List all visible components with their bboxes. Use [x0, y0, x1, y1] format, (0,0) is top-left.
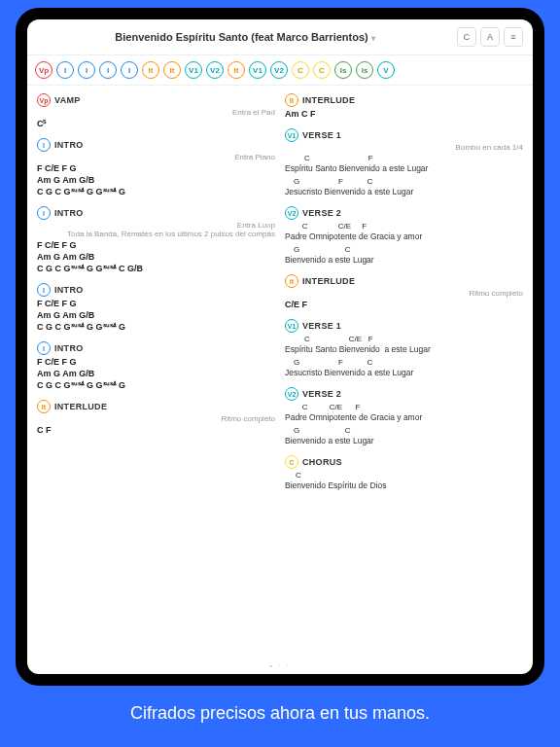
song-section: IINTROF C/E F GAm G Am G/BC G C Gˢᵘˢ⁴ G …: [37, 283, 275, 332]
section-pill[interactable]: V2: [206, 61, 224, 79]
section-badge: It: [37, 400, 51, 413]
section-name: INTRO: [54, 140, 84, 150]
chord-line: Am G Am G/B: [37, 369, 275, 378]
chord-line: C G C Gˢᵘˢ⁴ G Gˢᵘˢ⁴ G: [37, 187, 275, 196]
chord-line: C⁵: [37, 119, 275, 128]
section-name: VERSE 2: [302, 389, 341, 399]
section-badge: I: [37, 206, 51, 220]
chord-line: Am G Am G/B: [37, 175, 275, 185]
section-name: INTERLUDE: [54, 402, 107, 411]
song-section: V1VERSE 1Bombo en cada 1/4 C FEspíritu S…: [285, 128, 523, 196]
section-badge: V2: [285, 206, 298, 220]
tablet-frame: Bienvenido Espíritu Santo (feat Marco Ba…: [16, 8, 544, 686]
key-button[interactable]: C: [457, 27, 476, 47]
section-name: VERSE 2: [302, 208, 341, 218]
song-section: IINTROEntra PianoF C/E F GAm G Am G/BC G…: [37, 138, 275, 196]
section-badge: It: [285, 93, 298, 107]
section-name: INTERLUDE: [302, 276, 355, 286]
section-badge: V1: [285, 319, 298, 333]
song-section: VpVAMPEntra el PadC⁵: [37, 93, 275, 128]
chord-line: F C/E F G: [37, 163, 275, 173]
section-note: Bombo en cada 1/4: [285, 143, 523, 152]
section-name: VERSE 1: [302, 321, 341, 331]
chord-line: C/E F: [285, 300, 523, 309]
chord-line: Am G Am G/B: [37, 252, 275, 262]
section-pill[interactable]: V: [377, 61, 395, 79]
song-section: V2VERSE 2 C C/E FPadre Omnipotente de Gr…: [285, 387, 523, 445]
chord-line: Am C F: [285, 109, 523, 119]
app-screen: Bienvenido Espíritu Santo (feat Marco Ba…: [27, 19, 533, 674]
song-section: ItINTERLUDERitmo completoC F: [37, 400, 275, 435]
section-name: INTERLUDE: [302, 95, 355, 105]
chord-line: C G C Gˢᵘˢ⁴ G Gˢᵘˢ⁴ G: [37, 380, 275, 390]
section-pill[interactable]: C: [313, 61, 331, 79]
section-pill[interactable]: I: [99, 61, 117, 79]
chord-content[interactable]: VpVAMPEntra el PadC⁵ IINTROEntra PianoF …: [27, 86, 533, 658]
section-note: Entra LoopToda la Banda, Remates en los …: [37, 221, 275, 238]
section-pill[interactable]: I: [121, 61, 138, 79]
chord-line: C F: [37, 425, 275, 435]
song-section: V1VERSE 1 C C/E FEspíritu Santo Bienveni…: [285, 319, 523, 377]
section-pill[interactable]: V1: [249, 61, 266, 79]
song-section: IINTROF C/E F GAm G Am G/BC G C Gˢᵘˢ⁴ G …: [37, 341, 275, 390]
section-pill[interactable]: Is: [334, 61, 352, 79]
section-pill[interactable]: I: [78, 61, 95, 79]
section-pill[interactable]: It: [228, 61, 245, 79]
lyric-pair: C C/E FPadre Omnipotente de Gracia y amo…: [285, 403, 523, 422]
section-pill[interactable]: C: [292, 61, 309, 79]
section-pill[interactable]: V2: [270, 61, 288, 79]
song-title[interactable]: Bienvenido Espíritu Santo (feat Marco Ba…: [37, 31, 453, 43]
lyric-pair: C FEspíritu Santo Bienvenido a este Luga…: [285, 154, 523, 173]
section-name: INTRO: [54, 285, 84, 295]
dropdown-icon: ▾: [371, 34, 375, 43]
section-badge: I: [37, 341, 51, 355]
song-section: IINTROEntra LoopToda la Banda, Remates e…: [37, 206, 275, 273]
lyric-pair: G F CJesucristo Bienvenido a este Lugar: [285, 177, 523, 196]
section-note: Entra el Pad: [37, 108, 275, 117]
section-pill[interactable]: V1: [185, 61, 202, 79]
section-note: Entra Piano: [37, 153, 275, 161]
section-pill[interactable]: Is: [356, 61, 373, 79]
section-badge: V2: [285, 387, 298, 401]
section-name: INTRO: [54, 208, 84, 218]
section-badge: I: [37, 283, 51, 297]
marketing-tagline: Cifrados precisos ahora en tus manos.: [0, 686, 560, 747]
section-pill[interactable]: It: [163, 61, 181, 79]
chord-line: F C/E F G: [37, 240, 275, 250]
section-name: VERSE 1: [302, 130, 341, 140]
lyric-pair: C C/E FEspíritu Santo Bienvenido a este …: [285, 335, 523, 354]
header: Bienvenido Espíritu Santo (feat Marco Ba…: [27, 19, 533, 55]
lyric-pair: G CBienvenido a este Lugar: [285, 245, 523, 265]
section-badge: Vp: [37, 93, 51, 107]
page-dots: • · ·: [27, 658, 533, 674]
chord-line: Am G Am G/B: [37, 310, 275, 320]
chord-line: C G C Gˢᵘˢ⁴ G Gˢᵘˢ⁴ G: [37, 322, 275, 332]
lyric-pair: G F CJesucristo Bienvenido a este Lugar: [285, 358, 523, 377]
font-button[interactable]: A: [480, 27, 500, 47]
section-name: INTRO: [54, 343, 84, 353]
song-section: ItINTERLUDEAm C F: [285, 93, 523, 119]
chord-line: F C/E F G: [37, 299, 275, 308]
section-badge: C: [285, 455, 298, 469]
left-column: VpVAMPEntra el PadC⁵ IINTROEntra PianoF …: [37, 93, 275, 650]
song-section: CCHORUS CBienvenido Espíritu de Dios: [285, 455, 523, 490]
section-pill[interactable]: Vp: [35, 61, 52, 79]
section-badge: V1: [285, 128, 298, 142]
section-badge: I: [37, 138, 51, 152]
section-note: Ritmo completo: [37, 414, 275, 423]
section-badge: It: [285, 274, 298, 288]
chord-line: C G C Gˢᵘˢ⁴ G Gˢᵘˢ⁴ C G/B: [37, 264, 275, 273]
section-note: Ritmo completo: [285, 289, 523, 298]
section-name: CHORUS: [302, 457, 342, 467]
section-pillbar[interactable]: VpIIIIItItV1V2ItV1V2CCIsIsV: [27, 55, 533, 86]
song-section: ItINTERLUDERitmo completoC/E F: [285, 274, 523, 309]
section-pill[interactable]: It: [142, 61, 159, 79]
settings-button[interactable]: ≡: [504, 27, 523, 47]
chord-line: F C/E F G: [37, 357, 275, 367]
lyric-pair: G CBienvenido a este Lugar: [285, 426, 523, 445]
right-column: ItINTERLUDEAm C F V1VERSE 1Bombo en cada…: [285, 93, 523, 650]
lyric-pair: C C/E FPadre Omnipotente de Gracia y amo…: [285, 222, 523, 241]
section-pill[interactable]: I: [56, 61, 74, 79]
song-section: V2VERSE 2 C C/E FPadre Omnipotente de Gr…: [285, 206, 523, 265]
section-name: VAMP: [54, 95, 81, 105]
